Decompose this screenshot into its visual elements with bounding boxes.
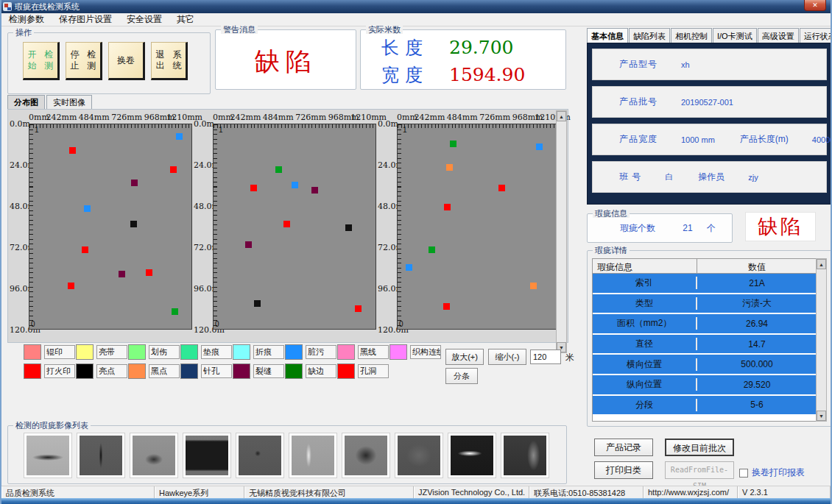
defect-point[interactable] [498,185,505,191]
defect-info-group: 瑕疵信息 瑕疵个数 21 个 [587,213,733,243]
app-window: 瑕疵在线检测系统 ✕ 检测参数保存图片设置安全设置其它 操作 开始检测停止检测换… [0,0,832,504]
defect-point[interactable] [283,221,290,227]
detail-row-6[interactable]: 纵向位置29.520 [593,375,817,396]
defect-point[interactable] [130,221,137,227]
detail-row-4[interactable]: 直径14.7 [593,335,817,355]
detail-row-1[interactable]: 索引21A [593,274,817,294]
print-classify-button[interactable]: 打印归类 [594,461,653,479]
legend-item: 针孔 [180,363,233,379]
plot-canvas-2[interactable]: 10 [213,124,376,330]
defect-thumbnail-8[interactable] [395,433,443,478]
menu-item-4[interactable]: 其它 [169,13,202,26]
defect-point[interactable] [68,283,74,289]
tab-基本信息[interactable]: 基本信息 [587,28,628,43]
defect-point[interactable] [84,205,91,212]
meter-row-2: 宽度1594.90 [381,63,525,87]
menu-item-2[interactable]: 保存图片设置 [52,13,119,26]
plot-corner-label: 1 [403,126,407,134]
defect-point[interactable] [406,264,412,271]
defect-thumbnail-2[interactable] [77,433,124,478]
defect-point[interactable] [429,246,435,253]
defect-thumbnail-3[interactable] [130,433,177,478]
x-tick-label: 726mm [295,113,326,122]
defect-point[interactable] [119,271,125,277]
defect-thumbnail-10[interactable] [501,433,549,478]
tab-缺陷列表[interactable]: 缺陷列表 [629,28,670,43]
defect-point[interactable] [146,269,152,276]
y-tick-label: 0.0m [194,119,213,129]
detail-row-value: 29.520 [697,380,817,390]
menu-item-3[interactable]: 安全设置 [119,13,169,26]
defect-point[interactable] [311,187,318,194]
defect-point[interactable] [536,143,543,150]
tab-运行状态信息[interactable]: 运行状态信息 [800,28,832,43]
tab-分布图[interactable]: 分布图 [7,95,45,110]
defect-thumbnail-5[interactable] [236,433,283,478]
close-icon[interactable]: ✕ [804,0,826,11]
plot-canvas-1[interactable]: 10 [29,124,192,330]
defect-point[interactable] [446,164,453,171]
plot-canvas-3[interactable]: 10 [397,124,560,330]
defect-point[interactable] [82,246,88,253]
roll-print-checkbox[interactable] [739,469,748,478]
split-button[interactable]: 分条 [445,368,478,384]
defect-point[interactable] [69,147,76,154]
defect-thumbnail-4[interactable] [183,433,230,478]
warning-message: 缺陷 [216,45,356,79]
view-tabs: 分布图实时图像 [7,95,94,110]
y-tick-label: 24.0m [378,160,397,170]
table-scroll-up-icon[interactable]: ▲ [817,259,826,269]
x-tick-label: 726mm [479,113,510,122]
defect-thumbnail-7[interactable] [342,433,389,478]
table-scrollbar[interactable]: ▲ ▼ [816,258,827,422]
op-button-1[interactable]: 开始检测 [23,42,60,80]
defect-point[interactable] [170,166,177,173]
legend-swatch [24,344,41,360]
defect-point[interactable] [345,224,352,231]
meter-range-input[interactable] [530,349,561,364]
defect-thumbnail-1[interactable] [24,433,71,478]
defect-point[interactable] [245,241,252,248]
defect-point[interactable] [172,308,178,315]
tab-实时图像[interactable]: 实时图像 [46,95,92,110]
defect-point[interactable] [450,141,456,147]
modify-batch-button[interactable]: 修改目前批次 [665,439,734,456]
defect-point[interactable] [443,303,450,310]
defect-point[interactable] [176,133,183,140]
zoom-out-button[interactable]: 缩小(-) [488,349,526,365]
defect-thumbnail-6[interactable] [289,433,336,478]
defect-point[interactable] [250,185,257,191]
detail-row-5[interactable]: 横向位置500.000 [593,355,817,375]
tab-I/O卡测试[interactable]: I/O卡测试 [713,28,757,43]
defect-point[interactable] [131,180,138,186]
legend-item: 折痕 [233,344,285,360]
plot-scrollbar[interactable]: ▲ ▼ [556,110,567,353]
tab-相机控制[interactable]: 相机控制 [671,28,712,43]
op-button-3[interactable]: 换卷 [108,42,145,80]
detail-row-label: 类型 [593,297,697,310]
defect-point[interactable] [530,283,537,289]
title-bar[interactable]: 瑕疵在线检测系统 ✕ [0,0,832,13]
op-button-4[interactable]: 退出系统 [151,42,188,80]
legend-label: 亮带 [96,345,127,359]
detail-row-2[interactable]: 类型污渍-大 [593,294,817,315]
defect-thumbnail-9[interactable] [448,433,496,478]
zoom-in-button[interactable]: 放大(+) [445,349,484,365]
op-button-2[interactable]: 停止检测 [66,42,102,80]
product-record-button[interactable]: 产品记录 [594,439,653,456]
y-tick-label: 96.0m [194,284,213,294]
tab-高级设置[interactable]: 高级设置 [758,28,799,43]
defect-point[interactable] [355,305,362,312]
defect-info-group-title: 瑕疵信息 [593,209,630,218]
table-scroll-down-icon[interactable]: ▼ [817,411,826,421]
detail-row-3[interactable]: 面积（mm2）26.94 [593,314,817,335]
legend-item: 打火印 [24,363,76,379]
defect-point[interactable] [275,166,282,173]
scroll-up-icon[interactable]: ▲ [557,111,566,121]
detail-row-7[interactable]: 分段5-6 [593,396,817,416]
plot-x-axis: 0mm242mm484mm726mm968mm1210mm [29,113,192,124]
menu-item-1[interactable]: 检测参数 [1,13,52,26]
defect-point[interactable] [254,300,261,307]
defect-point[interactable] [444,204,451,210]
defect-point[interactable] [292,182,298,188]
